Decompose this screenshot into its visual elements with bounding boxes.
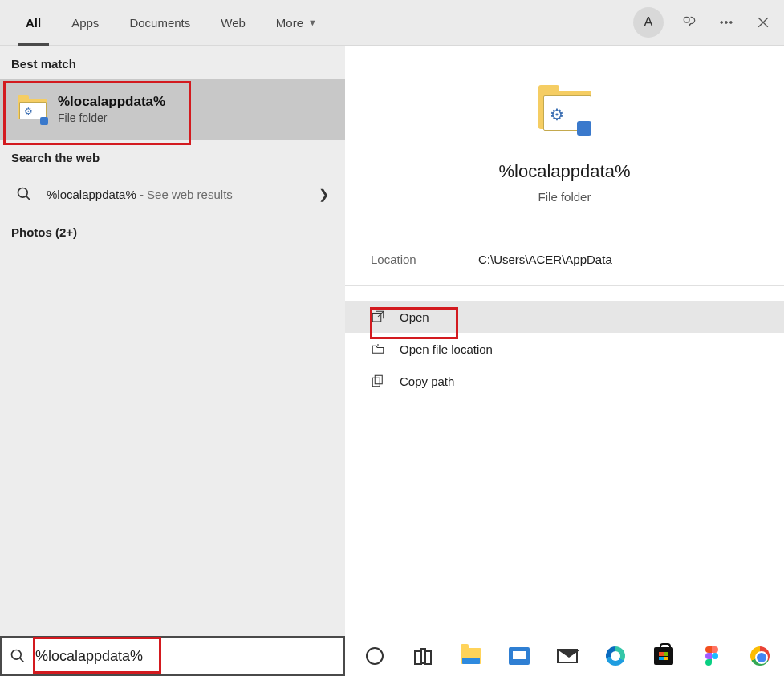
svg-rect-5 [372, 314, 381, 322]
mail-icon[interactable] [555, 644, 579, 668]
action-open-file-location[interactable]: Open file location [345, 333, 784, 365]
search-web-result[interactable]: %localappdata% - See web results ❯ [0, 172, 345, 216]
tab-more-label: More [276, 16, 303, 30]
file-explorer-icon[interactable] [459, 644, 483, 668]
results-panel: Best match ⚙ %localappdata% File folder … [0, 46, 345, 636]
location-row: Location C:\Users\ACER\AppData [345, 233, 784, 285]
svg-rect-6 [375, 375, 382, 384]
best-match-result[interactable]: ⚙ %localappdata% File folder [0, 79, 345, 140]
svg-rect-7 [372, 378, 380, 387]
feedback-icon[interactable] [678, 11, 701, 34]
header-bar: All Apps Documents Web More ▼ A [0, 0, 784, 46]
folder-icon: ⚙ [18, 95, 47, 123]
bottom-bar [0, 636, 784, 676]
cortana-icon[interactable] [363, 644, 387, 668]
best-match-subtitle: File folder [58, 111, 165, 124]
search-box[interactable] [0, 636, 345, 676]
taskbar [345, 644, 784, 668]
header-icons: A [633, 0, 774, 45]
folder-icon: ⚙ [538, 83, 591, 136]
user-avatar[interactable]: A [633, 7, 664, 38]
open-icon [371, 310, 385, 324]
chevron-right-icon: ❯ [319, 187, 329, 202]
best-match-title: %localappdata% [58, 94, 165, 110]
tab-documents[interactable]: Documents [118, 0, 201, 46]
close-icon[interactable] [752, 11, 774, 34]
action-copy-path[interactable]: Copy path [345, 365, 784, 397]
folder-open-icon [371, 342, 385, 356]
tab-all[interactable]: All [14, 0, 52, 46]
preview-panel: ⚙ %localappdata% File folder Location C:… [345, 46, 784, 636]
preview-subtitle: File folder [538, 190, 591, 204]
preview-title: %localappdata% [499, 161, 631, 182]
main-content: Best match ⚙ %localappdata% File folder … [0, 46, 784, 636]
figma-icon[interactable] [700, 644, 724, 668]
best-match-header: Best match [0, 46, 345, 79]
search-scope-tabs: All Apps Documents Web More ▼ [14, 0, 328, 45]
action-open-location-label: Open file location [400, 342, 493, 356]
app-blue-icon[interactable] [507, 644, 531, 668]
search-icon [10, 648, 26, 664]
tab-more[interactable]: More ▼ [265, 0, 328, 46]
search-icon [16, 186, 32, 202]
search-input[interactable] [34, 647, 343, 666]
web-query-text: %localappdata% [47, 188, 136, 201]
location-value[interactable]: C:\Users\ACER\AppData [478, 253, 612, 266]
svg-point-1 [721, 22, 723, 24]
tab-web[interactable]: Web [209, 0, 257, 46]
edge-icon[interactable] [603, 644, 628, 668]
web-suffix-text: - See web results [136, 188, 233, 201]
copy-icon [371, 374, 385, 388]
chrome-icon[interactable] [748, 644, 772, 668]
task-view-icon[interactable] [411, 644, 435, 668]
location-label: Location [371, 253, 478, 266]
microsoft-store-icon[interactable] [652, 644, 676, 668]
svg-point-8 [12, 650, 22, 660]
more-options-icon[interactable] [715, 11, 737, 34]
action-copy-path-label: Copy path [400, 374, 454, 388]
search-web-header: Search the web [0, 140, 345, 172]
svg-point-2 [725, 22, 728, 24]
svg-point-3 [729, 22, 732, 24]
svg-point-4 [18, 188, 28, 198]
photos-section[interactable]: Photos (2+) [0, 216, 345, 249]
tab-apps[interactable]: Apps [60, 0, 110, 46]
action-open-label: Open [400, 310, 429, 324]
action-open[interactable]: Open [345, 301, 784, 333]
svg-point-0 [684, 17, 689, 22]
chevron-down-icon: ▼ [308, 18, 317, 27]
